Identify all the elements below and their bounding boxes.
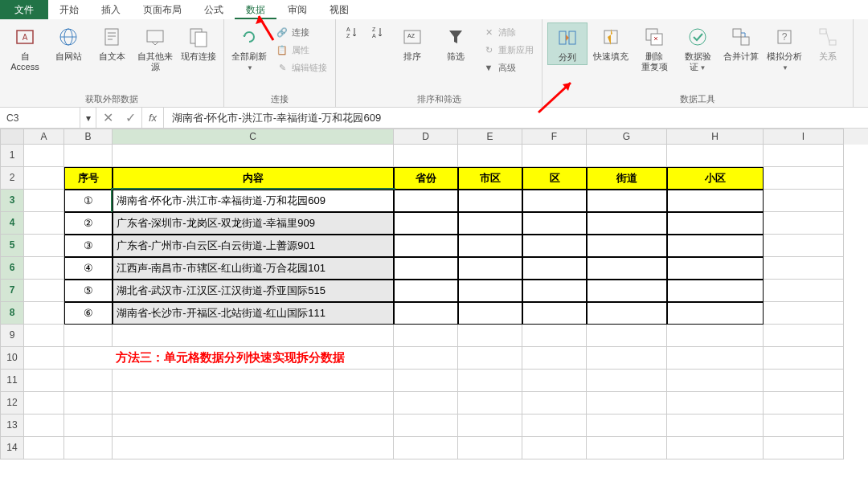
from-other-button[interactable]: 自其他来源	[135, 22, 175, 74]
data-validation-button[interactable]: 数据验 证▼	[678, 22, 718, 75]
col-header-A[interactable]: A	[24, 129, 64, 145]
cell[interactable]	[764, 190, 844, 212]
tab-view[interactable]: 视图	[318, 0, 360, 19]
cell[interactable]: 湖南省-怀化市-洪江市-幸福街道-万和花园609	[113, 190, 394, 212]
cell[interactable]: 区	[522, 167, 587, 190]
cell[interactable]: 湖南省-长沙市-开福区-北站街道-红山国际111	[113, 302, 394, 325]
cell[interactable]	[764, 415, 844, 437]
cell[interactable]: 江西声-南昌市-市辖区-红山街道-万合花园101	[113, 257, 394, 280]
cell[interactable]	[764, 257, 844, 280]
cell[interactable]	[667, 212, 764, 235]
cell[interactable]	[394, 302, 458, 325]
cell[interactable]	[667, 302, 764, 325]
cell[interactable]	[113, 370, 394, 392]
cell[interactable]: 内容	[113, 167, 394, 190]
connections-button[interactable]: 🔗连接	[272, 24, 330, 40]
cell[interactable]	[24, 145, 64, 167]
cell[interactable]	[24, 280, 64, 302]
cell[interactable]	[64, 437, 113, 459]
cell[interactable]	[764, 235, 844, 257]
col-header-C[interactable]: C	[113, 129, 394, 145]
consolidate-button[interactable]: 合并计算	[721, 22, 761, 63]
cell[interactable]	[667, 235, 764, 257]
cell[interactable]	[522, 280, 587, 302]
cell[interactable]	[113, 392, 394, 415]
cell[interactable]	[24, 190, 64, 212]
cell[interactable]	[587, 370, 667, 392]
note-cell[interactable]: 方法三：单元格数据分列快速实现拆分数据	[113, 347, 394, 370]
row-header[interactable]: 4	[0, 212, 24, 235]
cell[interactable]	[394, 392, 458, 415]
properties-button[interactable]: 📋属性	[272, 42, 330, 58]
cell[interactable]	[458, 370, 522, 392]
cell[interactable]	[522, 392, 587, 415]
cell[interactable]	[764, 280, 844, 302]
text-to-columns-button[interactable]: 分列	[547, 22, 588, 65]
row-header[interactable]: 6	[0, 257, 24, 280]
cell[interactable]	[587, 437, 667, 459]
cell[interactable]	[458, 145, 522, 167]
cell[interactable]: ③	[64, 235, 113, 257]
from-text-button[interactable]: 自文本	[92, 22, 132, 63]
cell[interactable]	[522, 145, 587, 167]
cell[interactable]	[24, 392, 64, 415]
from-access-button[interactable]: A 自 Access	[5, 22, 45, 74]
row-header[interactable]: 13	[0, 415, 24, 437]
sort-asc-button[interactable]: AZ	[341, 22, 363, 42]
formula-input[interactable]: 湖南省-怀化市-洪江市-幸福街道-万和花园609	[164, 111, 868, 125]
cell[interactable]: ④	[64, 257, 113, 280]
cell[interactable]	[764, 145, 844, 167]
tab-file[interactable]: 文件	[0, 0, 48, 19]
cell[interactable]	[522, 415, 587, 437]
remove-duplicates-button[interactable]: 删除 重复项	[634, 22, 674, 74]
cell[interactable]: 湖北省-武汉市-江汉区-江汉街道-乔亚国际515	[113, 280, 394, 302]
row-header[interactable]: 10	[0, 347, 24, 370]
row-header[interactable]: 5	[0, 235, 24, 257]
tab-layout[interactable]: 页面布局	[132, 0, 193, 19]
cell[interactable]	[764, 212, 844, 235]
col-header-F[interactable]: F	[522, 129, 587, 145]
cell[interactable]	[458, 235, 522, 257]
cell[interactable]	[587, 415, 667, 437]
row-header[interactable]: 8	[0, 302, 24, 325]
cell[interactable]	[764, 325, 844, 347]
col-header-B[interactable]: B	[64, 129, 113, 145]
cell[interactable]	[587, 257, 667, 280]
cell[interactable]: 广东省-深圳市-龙岗区-双龙街道-幸福里909	[113, 212, 394, 235]
cell[interactable]: 序号	[64, 167, 113, 190]
cell[interactable]	[458, 415, 522, 437]
cell[interactable]	[394, 145, 458, 167]
cell[interactable]	[24, 302, 64, 325]
cell[interactable]	[764, 167, 844, 190]
clear-filter-button[interactable]: ✕清除	[479, 24, 537, 40]
cell[interactable]	[394, 347, 458, 370]
cell[interactable]	[458, 257, 522, 280]
relationships-button[interactable]: 关系	[808, 22, 848, 63]
name-box-dropdown[interactable]: ▾	[80, 108, 96, 128]
cell[interactable]	[522, 370, 587, 392]
cell[interactable]	[24, 415, 64, 437]
cell[interactable]: 小区	[667, 167, 764, 190]
cell[interactable]: 街道	[587, 167, 667, 190]
from-web-button[interactable]: 自网站	[48, 22, 88, 63]
cell[interactable]	[64, 415, 113, 437]
cell[interactable]	[113, 437, 394, 459]
cell[interactable]	[587, 302, 667, 325]
cell[interactable]	[458, 190, 522, 212]
cell[interactable]	[458, 392, 522, 415]
col-header-G[interactable]: G	[587, 129, 667, 145]
cell[interactable]	[24, 212, 64, 235]
cell[interactable]	[458, 325, 522, 347]
cell[interactable]	[587, 235, 667, 257]
cell[interactable]	[113, 145, 394, 167]
cell[interactable]: ⑥	[64, 302, 113, 325]
col-header-D[interactable]: D	[394, 129, 458, 145]
cell[interactable]	[587, 280, 667, 302]
sort-button[interactable]: AZ 排序	[392, 22, 432, 63]
col-header-E[interactable]: E	[458, 129, 522, 145]
cell[interactable]	[458, 280, 522, 302]
cell[interactable]	[24, 257, 64, 280]
cell[interactable]: ⑤	[64, 280, 113, 302]
row-header[interactable]: 9	[0, 325, 24, 347]
name-box[interactable]: C3	[0, 108, 80, 128]
